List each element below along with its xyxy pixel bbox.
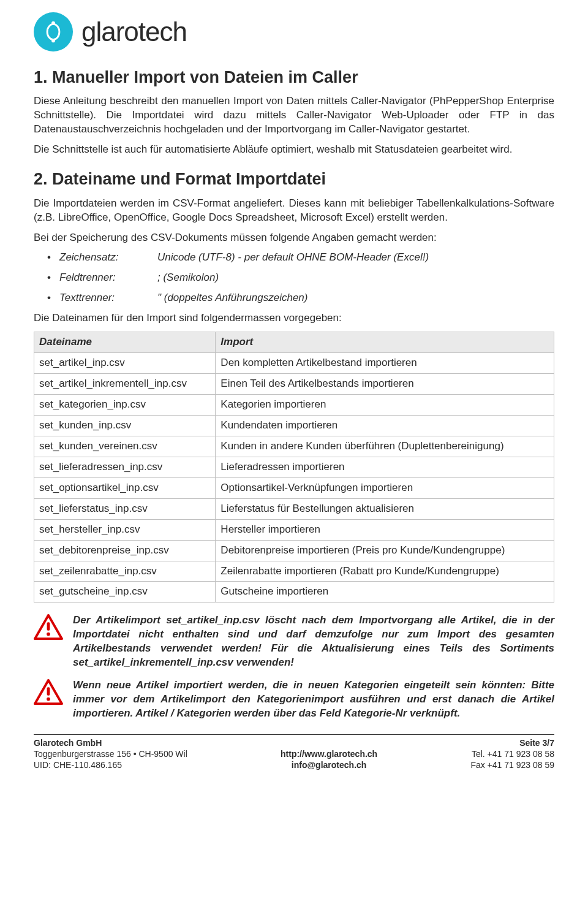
warning-triangle-icon <box>34 614 63 645</box>
paragraph: Bei der Speicherung des CSV-Dokuments mü… <box>34 231 554 245</box>
warning-text: Wenn neue Artikel importiert werden, die… <box>73 679 554 721</box>
footer-email: info@glarotech.ch <box>292 760 367 770</box>
footer-uid: UID: CHE-110.486.165 <box>34 760 122 770</box>
table-cell-filename: set_lieferadressen_inp.csv <box>34 457 216 477</box>
table-cell-filename: set_artikel_inkrementell_inp.csv <box>34 374 216 395</box>
svg-rect-4 <box>47 623 50 631</box>
footer-company: Glarotech GmbH <box>34 738 102 748</box>
csv-settings-list: Zeichensatz:Unicode (UTF-8) - per defaul… <box>47 251 554 305</box>
table-cell-import: Debitorenpreise importieren (Preis pro K… <box>216 540 554 561</box>
page-footer: Glarotech GmbH Toggenburgerstrasse 156 •… <box>34 734 554 771</box>
table-cell-filename: set_optionsartikel_inp.csv <box>34 477 216 498</box>
table-cell-import: Den kompletten Artikelbestand importiere… <box>216 353 554 374</box>
svg-point-5 <box>47 633 50 636</box>
setting-value: Unicode (UTF-8) - per default OHNE BOM-H… <box>157 251 429 263</box>
footer-left: Glarotech GmbH Toggenburgerstrasse 156 •… <box>34 737 187 771</box>
table-cell-import: Optionsartikel-Verknüpfungen importieren <box>216 477 554 498</box>
footer-center: http://www.glarotech.ch info@glarotech.c… <box>281 737 377 771</box>
svg-point-8 <box>47 698 50 701</box>
table-cell-filename: set_debitorenpreise_inp.csv <box>34 540 216 561</box>
table-cell-filename: set_lieferstatus_inp.csv <box>34 498 216 519</box>
svg-point-2 <box>51 39 55 43</box>
table-row: set_optionsartikel_inp.csvOptionsartikel… <box>34 477 554 498</box>
paragraph: Diese Anleitung beschreibt den manuellen… <box>34 94 554 137</box>
table-cell-import: Lieferadressen importieren <box>216 457 554 477</box>
table-row: set_kunden_vereinen.csvKunden in andere … <box>34 436 554 457</box>
table-row: set_artikel_inkrementell_inp.csvEinen Te… <box>34 374 554 395</box>
table-cell-import: Einen Teil des Artikelbestands importier… <box>216 374 554 395</box>
heading-2: 2. Dateiname und Format Importdatei <box>34 168 554 190</box>
warning-triangle-icon <box>34 679 63 710</box>
paragraph: Die Importdateien werden im CSV-Format a… <box>34 197 554 225</box>
table-row: set_kunden_inp.csvKundendaten importiere… <box>34 415 554 436</box>
table-cell-import: Kundendaten importieren <box>216 415 554 436</box>
footer-tel: Tel. +41 71 923 08 58 <box>472 749 554 759</box>
table-row: set_lieferstatus_inp.csvLieferstatus für… <box>34 498 554 519</box>
svg-rect-7 <box>47 687 50 695</box>
table-cell-import: Lieferstatus für Bestellungen aktualisie… <box>216 498 554 519</box>
table-row: set_hersteller_inp.csvHersteller importi… <box>34 519 554 540</box>
table-cell-import: Zeilenrabatte importieren (Rabatt pro Ku… <box>216 561 554 582</box>
footer-url: http://www.glarotech.ch <box>281 749 377 759</box>
table-row: set_zeilenrabatte_inp.csvZeilenrabatte i… <box>34 561 554 582</box>
table-cell-filename: set_gutscheine_inp.csv <box>34 582 216 603</box>
table-row: set_debitorenpreise_inp.csvDebitorenprei… <box>34 540 554 561</box>
setting-key: Feldtrenner: <box>59 271 157 285</box>
setting-value: " (doppeltes Anführungszeichen) <box>157 292 307 303</box>
brand-wordmark: glarotech <box>81 13 187 50</box>
setting-value: ; (Semikolon) <box>157 272 219 283</box>
list-item: Zeichensatz:Unicode (UTF-8) - per defaul… <box>47 251 554 265</box>
table-cell-import: Kategorien importieren <box>216 395 554 416</box>
paragraph: Die Schnittstelle ist auch für automatis… <box>34 143 554 157</box>
table-row: set_kategorien_inp.csvKategorien importi… <box>34 395 554 416</box>
table-row: set_gutscheine_inp.csvGutscheine importi… <box>34 582 554 603</box>
svg-point-0 <box>47 24 59 39</box>
footer-page: Seite 3/7 <box>519 738 554 748</box>
table-cell-filename: set_hersteller_inp.csv <box>34 519 216 540</box>
footer-fax: Fax +41 71 923 08 59 <box>470 760 554 770</box>
setting-key: Zeichensatz: <box>59 251 157 265</box>
paragraph: Die Dateinamen für den Import sind folge… <box>34 311 554 325</box>
warning-1: Der Artikelimport set_artikel_inp.csv lö… <box>34 614 554 670</box>
table-cell-import: Hersteller importieren <box>216 519 554 540</box>
table-row: set_artikel_inp.csvDen kompletten Artike… <box>34 353 554 374</box>
footer-address: Toggenburgerstrasse 156 • CH-9500 Wil <box>34 749 187 759</box>
table-cell-filename: set_kunden_inp.csv <box>34 415 216 436</box>
table-cell-filename: set_kunden_vereinen.csv <box>34 436 216 457</box>
table-cell-import: Kunden in andere Kunden überführen (Dupl… <box>216 436 554 457</box>
filenames-table: Dateiname Import set_artikel_inp.csvDen … <box>34 332 554 603</box>
brand-logo-icon <box>34 12 73 51</box>
heading-1: 1. Manueller Import von Dateien im Calle… <box>34 66 554 88</box>
warning-2: Wenn neue Artikel importiert werden, die… <box>34 679 554 721</box>
warning-text: Der Artikelimport set_artikel_inp.csv lö… <box>73 614 554 670</box>
table-cell-filename: set_artikel_inp.csv <box>34 353 216 374</box>
table-header: Dateiname <box>34 332 216 353</box>
setting-key: Texttrenner: <box>59 291 157 305</box>
brand-header: glarotech <box>34 12 554 51</box>
list-item: Texttrenner:" (doppeltes Anführungszeich… <box>47 291 554 305</box>
table-cell-import: Gutscheine importieren <box>216 582 554 603</box>
table-cell-filename: set_zeilenrabatte_inp.csv <box>34 561 216 582</box>
table-cell-filename: set_kategorien_inp.csv <box>34 395 216 416</box>
table-header: Import <box>216 332 554 353</box>
list-item: Feldtrenner:; (Semikolon) <box>47 271 554 285</box>
footer-right: Seite 3/7 Tel. +41 71 923 08 58 Fax +41 … <box>470 737 554 771</box>
svg-point-1 <box>51 21 55 25</box>
table-row: set_lieferadressen_inp.csvLieferadressen… <box>34 457 554 477</box>
